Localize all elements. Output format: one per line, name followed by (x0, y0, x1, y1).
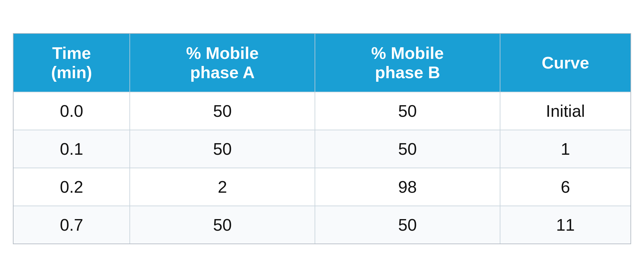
table-row: 0.7505011 (14, 206, 630, 244)
table-row: 0.150501 (14, 130, 630, 168)
col-header-mobile-b: % Mobilephase B (315, 34, 500, 92)
col-header-time: Time(min) (14, 34, 130, 92)
cell-mobile-a: 50 (130, 92, 315, 130)
cell-mobile-b: 98 (315, 168, 500, 206)
table-header-row: Time(min) % Mobilephase A % Mobilephase … (14, 34, 630, 92)
cell-mobile-a: 50 (130, 206, 315, 244)
col-header-mobile-a: % Mobilephase A (130, 34, 315, 92)
gradient-table-container: Time(min) % Mobilephase A % Mobilephase … (13, 33, 631, 244)
cell-mobile-a: 2 (130, 168, 315, 206)
cell-curve: 1 (500, 130, 630, 168)
table-row: 0.22986 (14, 168, 630, 206)
cell-time: 0.2 (14, 168, 130, 206)
cell-mobile-b: 50 (315, 206, 500, 244)
cell-curve: 6 (500, 168, 630, 206)
col-header-curve: Curve (500, 34, 630, 92)
cell-time: 0.7 (14, 206, 130, 244)
gradient-table: Time(min) % Mobilephase A % Mobilephase … (14, 34, 630, 244)
table-row: 0.05050Initial (14, 92, 630, 130)
cell-mobile-b: 50 (315, 92, 500, 130)
cell-time: 0.1 (14, 130, 130, 168)
cell-mobile-b: 50 (315, 130, 500, 168)
cell-mobile-a: 50 (130, 130, 315, 168)
cell-curve: 11 (500, 206, 630, 244)
cell-time: 0.0 (14, 92, 130, 130)
table-body: 0.05050Initial0.1505010.229860.7505011 (14, 92, 630, 244)
cell-curve: Initial (500, 92, 630, 130)
